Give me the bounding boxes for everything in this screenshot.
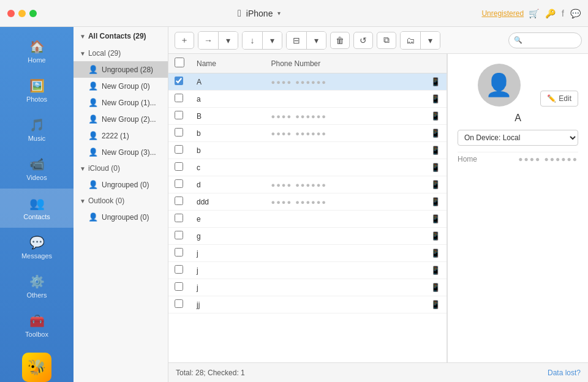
table-row[interactable]: A●●●● ●●●●●●📱: [168, 73, 447, 91]
close-button[interactable]: [7, 10, 15, 17]
contact-name-cell: b: [190, 125, 265, 142]
group-item-new-group-1[interactable]: 👤 New Group (1)...: [74, 94, 168, 111]
contact-checkbox[interactable]: [175, 145, 183, 154]
group-item-2222[interactable]: 👤 2222 (1): [74, 127, 168, 144]
archive-button[interactable]: 🗂: [401, 32, 420, 49]
check-all-header[interactable]: [168, 54, 190, 73]
sidebar-item-messages[interactable]: 💬 Messages: [0, 228, 74, 267]
sidebar-item-toolbox[interactable]: 🧰 Toolbox: [0, 306, 74, 345]
table-row[interactable]: jj📱: [168, 296, 447, 313]
device-select[interactable]: On Device: Local iCloud Outlook: [458, 130, 578, 146]
table-row[interactable]: c📱: [168, 159, 447, 176]
table-row[interactable]: ddd●●●● ●●●●●●📱: [168, 193, 447, 211]
contact-checkbox[interactable]: [175, 214, 183, 222]
contact-checkbox[interactable]: [175, 265, 183, 274]
contact-name-cell: e: [190, 211, 265, 228]
contact-phone-cell: ●●●● ●●●●●●: [265, 193, 424, 211]
contact-checkbox[interactable]: [175, 94, 183, 102]
sidebar-item-contacts[interactable]: 👥 Contacts: [0, 189, 74, 228]
unregistered-link[interactable]: Unregistered: [481, 9, 524, 18]
search-box: 🔍: [508, 32, 582, 48]
search-input[interactable]: [525, 36, 580, 45]
contact-checkbox[interactable]: [175, 111, 183, 119]
export-dropdown-button[interactable]: ▾: [262, 32, 282, 49]
key-icon[interactable]: 🔑: [545, 9, 556, 18]
contact-checkbox[interactable]: [175, 162, 183, 171]
add-contact-button[interactable]: ＋: [175, 32, 194, 49]
group-item-new-group-2[interactable]: 👤 New Group (2)...: [74, 111, 168, 127]
local-section-header[interactable]: ▼ Local (29): [74, 45, 168, 61]
table-row[interactable]: d●●●● ●●●●●●📱: [168, 176, 447, 193]
contact-name-cell: ddd: [190, 193, 265, 211]
delete-button[interactable]: 🗑: [330, 32, 350, 49]
sidebar-item-videos[interactable]: 📹 Videos: [0, 149, 74, 189]
transfer-button[interactable]: ⊟: [287, 32, 306, 49]
sidebar-item-others[interactable]: ⚙️ Others: [0, 267, 74, 306]
contact-checkbox[interactable]: [175, 282, 183, 291]
archive-dropdown-button[interactable]: ▾: [420, 32, 440, 49]
facebook-icon[interactable]: f: [562, 9, 564, 18]
sidebar-item-photos[interactable]: 🖼️ Photos: [0, 71, 74, 110]
device-dropdown-arrow[interactable]: ▾: [277, 10, 281, 17]
group-item-ungrouped-icloud[interactable]: 👤 Ungrouped (0): [74, 176, 168, 193]
table-row[interactable]: B●●●● ●●●●●●📱: [168, 108, 447, 125]
transfer-dropdown-button[interactable]: ▾: [306, 32, 326, 49]
table-row[interactable]: j📱: [168, 245, 447, 262]
music-label: Music: [28, 135, 46, 142]
group-section-icloud: ▼ iCloud (0) 👤 Ungrouped (0): [74, 160, 168, 193]
contact-checkbox[interactable]: [175, 248, 183, 257]
table-row[interactable]: b●●●● ●●●●●●📱: [168, 125, 447, 142]
group-item-ungrouped-local[interactable]: 👤 Ungrouped (28): [74, 61, 168, 78]
device-column-header: [424, 54, 447, 73]
table-row[interactable]: g📱: [168, 228, 447, 245]
check-all-checkbox[interactable]: [175, 58, 184, 67]
table-row[interactable]: a📱: [168, 91, 447, 108]
maximize-button[interactable]: [29, 10, 37, 17]
refresh-button[interactable]: ↺: [353, 32, 373, 49]
import-button[interactable]: →: [198, 32, 218, 49]
device-icon: 📱: [431, 77, 440, 86]
duplicate-button[interactable]: ⧉: [377, 32, 396, 49]
toolbox-icon: 🧰: [29, 313, 45, 328]
group-section-local: ▼ Local (29) 👤 Ungrouped (28) 👤 New Grou…: [74, 45, 168, 160]
contact-checkbox[interactable]: [175, 128, 183, 137]
chat-icon[interactable]: 💬: [570, 9, 581, 18]
contact-checkbox[interactable]: [175, 77, 183, 85]
group-people-icon: 👤: [88, 114, 98, 124]
table-row[interactable]: b📱: [168, 142, 447, 159]
outlook-section-header[interactable]: ▼ Outlook (0): [74, 193, 168, 209]
contact-name-cell: j: [190, 245, 265, 262]
titlebar-icons: 🛒 🔑 f 💬: [529, 9, 581, 18]
messages-label: Messages: [21, 252, 52, 260]
icloud-section-header[interactable]: ▼ iCloud (0): [74, 160, 168, 176]
contact-checkbox[interactable]: [175, 179, 183, 188]
export-button[interactable]: ↓: [243, 32, 262, 49]
table-row[interactable]: j📱: [168, 279, 447, 296]
contact-name-cell: b: [190, 142, 265, 159]
cart-icon[interactable]: 🛒: [529, 9, 539, 18]
contact-name-cell: A: [190, 73, 265, 91]
contact-checkbox[interactable]: [175, 197, 183, 205]
contact-checkbox[interactable]: [175, 231, 183, 239]
minimize-button[interactable]: [18, 10, 26, 17]
group-item-new-group-0[interactable]: 👤 New Group (0): [74, 78, 168, 94]
main-layout: 🏠 Home 🖼️ Photos 🎵 Music 📹 Videos 👥 Cont…: [0, 27, 588, 382]
contact-phone-cell: [265, 262, 424, 279]
table-row[interactable]: e📱: [168, 211, 447, 228]
device-icon: 📱: [431, 129, 440, 138]
contact-avatar: 👤: [478, 64, 521, 107]
videos-label: Videos: [26, 174, 47, 181]
import-dropdown-button[interactable]: ▾: [218, 32, 238, 49]
contact-checkbox[interactable]: [175, 299, 183, 308]
groups-header[interactable]: ▼ All Contacts (29): [74, 27, 168, 45]
edit-button[interactable]: ✏️ Edit: [540, 91, 578, 107]
device-icon: 📱: [431, 283, 440, 292]
sidebar-item-music[interactable]: 🎵 Music: [0, 110, 74, 149]
contact-phone-cell: [265, 159, 424, 176]
sidebar-item-home[interactable]: 🏠 Home: [0, 32, 74, 71]
table-row[interactable]: j📱: [168, 262, 447, 279]
device-icon: 📱: [431, 111, 440, 121]
data-lost-link[interactable]: Data lost?: [548, 369, 581, 377]
group-item-ungrouped-outlook[interactable]: 👤 Ungrouped (0): [74, 209, 168, 225]
group-item-new-group-3[interactable]: 👤 New Group (3)...: [74, 144, 168, 160]
